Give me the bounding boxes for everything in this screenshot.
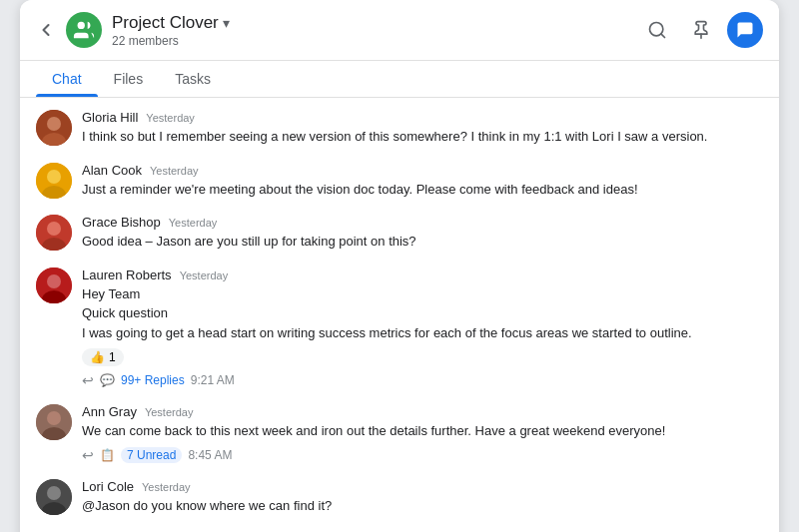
svg-point-11 xyxy=(47,222,61,236)
member-count: 22 members xyxy=(112,34,639,48)
message-content: Grace Bishop Yesterday Good idea – Jason… xyxy=(82,215,763,252)
message-time: Yesterday xyxy=(146,112,195,124)
svg-point-14 xyxy=(47,274,61,288)
unread-badge: 7 Unread xyxy=(121,447,182,463)
svg-point-17 xyxy=(47,411,61,425)
header: Project Clover ▾ 22 members xyxy=(20,0,779,61)
tab-chat[interactable]: Chat xyxy=(36,61,98,97)
message-text: I think so but I remember seeing a new v… xyxy=(82,127,763,147)
sender-name: Lori Cole xyxy=(82,479,134,494)
message-header: Gloria Hill Yesterday xyxy=(82,110,763,125)
message-text: We can come back to this next week and i… xyxy=(82,421,763,441)
message-text: @Jason do you know where we can find it? xyxy=(82,496,763,516)
list-item: Lauren Roberts Yesterday Hey TeamQuick q… xyxy=(36,267,763,389)
message-header: Lori Cole Yesterday xyxy=(82,479,763,494)
avatar xyxy=(36,110,72,146)
avatar xyxy=(36,267,72,303)
message-content: Lauren Roberts Yesterday Hey TeamQuick q… xyxy=(82,267,763,389)
reaction-badge[interactable]: 👍 1 xyxy=(82,348,124,366)
message-time: Yesterday xyxy=(150,165,199,177)
chevron-down-icon: ▾ xyxy=(223,15,230,31)
chat-window: Project Clover ▾ 22 members xyxy=(20,0,779,532)
list-item: Ann Gray Yesterday We can come back to t… xyxy=(36,404,763,463)
message-content: Lori Cole Yesterday @Jason do you know w… xyxy=(82,479,763,516)
avatar xyxy=(36,163,72,199)
message-text: Hey TeamQuick questionI was going to get… xyxy=(82,284,763,343)
header-info: Project Clover ▾ 22 members xyxy=(112,13,639,48)
list-item: Alan Cook Yesterday Just a reminder we'r… xyxy=(36,163,763,200)
message-time: Yesterday xyxy=(142,481,191,493)
tab-files[interactable]: Files xyxy=(98,61,160,97)
svg-point-0 xyxy=(78,22,85,29)
reply-icon: 💬 xyxy=(100,373,115,387)
reply-time: 8:45 AM xyxy=(188,448,232,462)
message-text: Just a reminder we're meeting about the … xyxy=(82,180,763,200)
reply-curve-icon: ↩ xyxy=(82,372,94,388)
message-header: Lauren Roberts Yesterday xyxy=(82,267,763,282)
group-avatar xyxy=(66,12,102,48)
tabs-bar: Chat Files Tasks xyxy=(20,61,779,98)
thread-reply-button[interactable]: ↩ 📋 7 Unread 8:45 AM xyxy=(82,447,763,463)
message-header: Grace Bishop Yesterday xyxy=(82,215,763,230)
unread-icon: 📋 xyxy=(100,448,115,462)
avatar xyxy=(36,479,72,515)
avatar xyxy=(36,215,72,251)
message-content: Gloria Hill Yesterday I think so but I r… xyxy=(82,110,763,147)
reply-time: 9:21 AM xyxy=(191,373,235,387)
message-time: Yesterday xyxy=(180,269,229,281)
reply-curve-icon: ↩ xyxy=(82,447,94,463)
back-button[interactable] xyxy=(36,20,56,40)
message-header: Ann Gray Yesterday xyxy=(82,404,763,419)
reaction-emoji: 👍 xyxy=(90,350,105,364)
sender-name: Grace Bishop xyxy=(82,215,161,230)
message-time: Yesterday xyxy=(145,406,194,418)
avatar xyxy=(36,404,72,440)
reply-count: 99+ Replies xyxy=(121,373,185,387)
pin-button[interactable] xyxy=(683,12,719,48)
thread-reply-button[interactable]: ↩ 💬 99+ Replies 9:21 AM xyxy=(82,372,763,388)
sender-name: Lauren Roberts xyxy=(82,267,172,282)
header-actions xyxy=(639,12,763,48)
search-button[interactable] xyxy=(639,12,675,48)
message-content: Ann Gray Yesterday We can come back to t… xyxy=(82,404,763,463)
svg-point-5 xyxy=(47,117,61,131)
message-header: Alan Cook Yesterday xyxy=(82,163,763,178)
sender-name: Alan Cook xyxy=(82,163,142,178)
svg-point-8 xyxy=(47,170,61,184)
sender-name: Ann Gray xyxy=(82,404,137,419)
list-item: Grace Bishop Yesterday Good idea – Jason… xyxy=(36,215,763,252)
svg-line-2 xyxy=(661,34,665,38)
message-content: Alan Cook Yesterday Just a reminder we'r… xyxy=(82,163,763,200)
message-text: Good idea – Jason are you still up for t… xyxy=(82,232,763,252)
reaction-count: 1 xyxy=(109,350,116,364)
list-item: Lori Cole Yesterday @Jason do you know w… xyxy=(36,479,763,516)
chat-button[interactable] xyxy=(727,12,763,48)
sender-name: Gloria Hill xyxy=(82,110,138,125)
messages-area: Gloria Hill Yesterday I think so but I r… xyxy=(20,98,779,532)
group-title[interactable]: Project Clover ▾ xyxy=(112,13,639,33)
tab-tasks[interactable]: Tasks xyxy=(159,61,227,97)
list-item: Gloria Hill Yesterday I think so but I r… xyxy=(36,110,763,147)
svg-point-20 xyxy=(47,486,61,500)
message-time: Yesterday xyxy=(169,217,218,229)
